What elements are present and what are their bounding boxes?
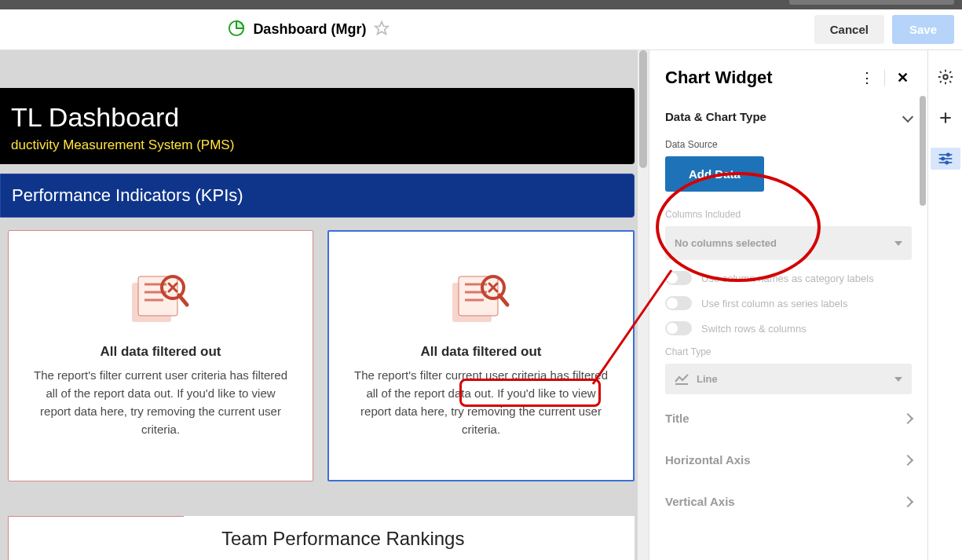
- page-title: Dashboard (Mgr): [253, 21, 366, 38]
- empty-state-body: The report's filter current user criteri…: [29, 366, 292, 439]
- dashboard-subtitle: ductivity Measurement System (PMS): [11, 137, 624, 153]
- svg-point-23: [943, 75, 948, 79]
- chart-type-label: Chart Type: [665, 346, 912, 357]
- chart-widget-panel: Chart Widget ⋮ ✕ Data & Chart Type Data …: [649, 50, 927, 560]
- save-button[interactable]: Save: [892, 15, 954, 44]
- dashboard-icon: [228, 20, 245, 40]
- close-icon[interactable]: ✕: [893, 69, 912, 86]
- kpi-section-header: Performance Indicators (KPIs): [0, 174, 635, 218]
- rankings-section-title: Team Performance Rankings: [184, 516, 635, 560]
- section-data-chart-type[interactable]: Data & Chart Type: [665, 99, 912, 134]
- panel-more-icon[interactable]: ⋮: [858, 69, 876, 86]
- svg-line-10: [179, 295, 187, 305]
- empty-state-title: All data filtered out: [421, 344, 542, 360]
- svg-point-29: [942, 157, 944, 159]
- window-chrome: [0, 0, 962, 9]
- dropdown-icon: [894, 377, 902, 382]
- window-chrome-tab: [789, 0, 954, 5]
- toolbar-title-wrap: Dashboard (Mgr): [0, 20, 814, 40]
- toggle-use-col-names-label: Use column names as category labels: [701, 273, 874, 284]
- line-chart-icon: [675, 374, 689, 385]
- svg-marker-3: [375, 21, 389, 34]
- svg-rect-5: [138, 276, 177, 316]
- dropdown-icon: [894, 241, 902, 246]
- page-toolbar: Dashboard (Mgr) Cancel Save: [0, 9, 962, 50]
- svg-rect-14: [459, 276, 498, 316]
- chevron-down-icon: [902, 111, 913, 122]
- star-icon[interactable]: [374, 20, 390, 39]
- chart-type-select[interactable]: Line: [665, 364, 912, 394]
- empty-state-title: All data filtered out: [101, 344, 221, 360]
- dashboard-header: TL Dashboard ductivity Measurement Syste…: [0, 88, 635, 164]
- cancel-button[interactable]: Cancel: [814, 15, 884, 44]
- right-rail: [927, 50, 962, 560]
- dashboard-canvas[interactable]: TL Dashboard ductivity Measurement Syste…: [0, 50, 649, 560]
- chart-widget-2-selected[interactable]: All data filtered out The report's filte…: [327, 230, 635, 481]
- svg-line-19: [499, 295, 507, 305]
- chart-widget-1[interactable]: All data filtered out The report's filte…: [8, 230, 313, 481]
- columns-select[interactable]: No columns selected: [665, 226, 912, 260]
- section-title[interactable]: Title: [665, 401, 912, 436]
- gear-icon[interactable]: [935, 66, 957, 88]
- toggle-use-col-names[interactable]: [665, 271, 692, 285]
- panel-title: Chart Widget: [665, 68, 858, 88]
- chevron-right-icon: [902, 412, 913, 423]
- svg-point-31: [946, 161, 948, 163]
- plus-icon[interactable]: [935, 107, 957, 129]
- toggle-switch-rows-cols[interactable]: [665, 321, 692, 335]
- canvas-scrollbar[interactable]: [638, 50, 649, 560]
- toggle-use-first-col[interactable]: [665, 296, 692, 310]
- no-data-icon: [127, 273, 195, 331]
- rankings-widget-stub[interactable]: [8, 516, 184, 560]
- panel-scrollbar-thumb[interactable]: [920, 96, 926, 206]
- empty-state-body: The report's filter current user criteri…: [349, 366, 613, 439]
- chevron-right-icon: [902, 496, 913, 507]
- data-source-label: Data Source: [665, 139, 912, 150]
- add-data-button[interactable]: Add Data: [665, 156, 764, 192]
- svg-point-27: [946, 153, 949, 156]
- sliders-icon[interactable]: [931, 148, 960, 170]
- panel-divider: [884, 69, 885, 86]
- chevron-right-icon: [902, 454, 913, 465]
- section-vertical-axis[interactable]: Vertical Axis: [665, 484, 912, 519]
- section-horizontal-axis[interactable]: Horizontal Axis: [665, 442, 912, 478]
- no-data-icon: [448, 273, 515, 331]
- columns-included-label: Columns Included: [665, 209, 912, 220]
- toggle-use-first-col-label: Use first column as series labels: [701, 298, 847, 309]
- toggle-switch-rows-cols-label: Switch rows & columns: [701, 323, 807, 335]
- dashboard-title: TL Dashboard: [11, 102, 624, 133]
- canvas-scrollbar-thumb[interactable]: [639, 50, 647, 168]
